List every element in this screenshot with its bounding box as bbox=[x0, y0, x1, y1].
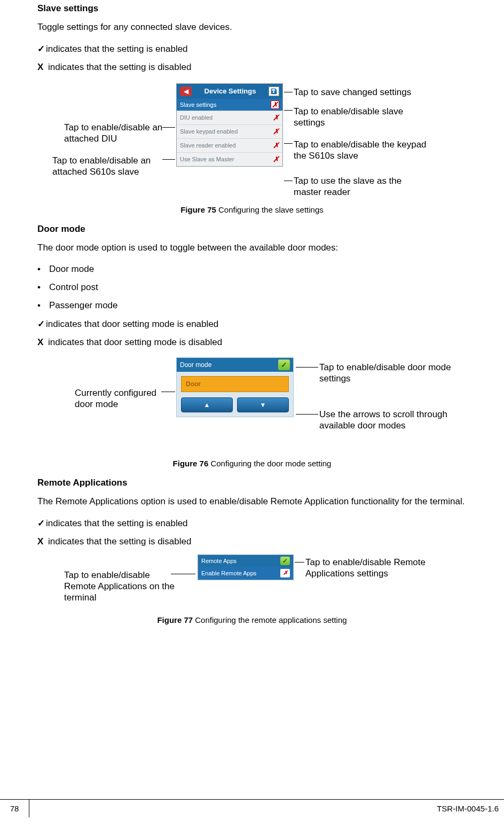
callout-slave-toggle: Tap to enable/disable slave settings bbox=[294, 106, 406, 129]
callout-master: Tap to use the slave as the master reade… bbox=[294, 175, 416, 198]
callout-remote-toggle: Tap to enable/disable Remote Application… bbox=[305, 557, 455, 580]
list-item: Control post bbox=[37, 282, 467, 293]
slave-settings-toggle-icon[interactable]: ✗ bbox=[271, 100, 279, 109]
figure-77-diagram: Remote Apps ✓ Enable Remote Apps ✗ Tap t… bbox=[37, 554, 467, 608]
callout-save: Tap to save changed settings bbox=[294, 87, 411, 98]
check-icon bbox=[37, 518, 46, 528]
callout-door-arrows: Use the arrows to scroll through availab… bbox=[319, 409, 469, 432]
page-number: 78 bbox=[0, 800, 29, 817]
x-icon bbox=[37, 62, 45, 72]
arrow-down-button[interactable]: ▼ bbox=[237, 397, 289, 412]
row-keypad: Slave keypad enabled bbox=[180, 128, 238, 135]
callout-diu: Tap to enable/disable an attached DIU bbox=[64, 122, 171, 145]
list-item: Passenger mode bbox=[37, 300, 467, 311]
enable-remote-apps-label: Enable Remote Apps bbox=[201, 570, 256, 576]
remote-check-text: indicates that the setting is enabled bbox=[46, 518, 188, 528]
door-mode-toggle-icon[interactable]: ✓ bbox=[278, 360, 290, 370]
remote-x-text: indicates that the setting is disabled bbox=[45, 536, 191, 546]
figure-75-caption: Figure 75 Configuring the slave settings bbox=[37, 205, 467, 214]
device-settings-panel: ◀ Device Settings Slave settings ✗ DIU e… bbox=[176, 83, 283, 167]
check-icon bbox=[37, 44, 46, 54]
heading-slave-settings: Slave settings bbox=[37, 3, 467, 14]
callout-s610: Tap to enable/disable an attached S610s … bbox=[52, 155, 172, 178]
callout-keypad: Tap to enable/disable the keypad the S61… bbox=[294, 139, 432, 162]
row-reader: Slave reader enabled bbox=[180, 142, 236, 149]
figure-77-caption: Figure 77 Configuring the remote applica… bbox=[37, 615, 467, 624]
callout-door-toggle: Tap to enable/disable door mode settings bbox=[319, 362, 458, 385]
door-x-text: indicates that door setting mode is disa… bbox=[45, 337, 222, 347]
door-current-mode: Door bbox=[181, 376, 289, 392]
save-icon[interactable] bbox=[269, 87, 279, 96]
check-icon bbox=[37, 319, 46, 329]
remote-apps-panel: Remote Apps ✓ Enable Remote Apps ✗ bbox=[198, 554, 294, 580]
keypad-toggle-icon[interactable]: ✗ bbox=[273, 127, 279, 136]
figure-75-diagram: ◀ Device Settings Slave settings ✗ DIU e… bbox=[37, 80, 467, 198]
slave-intro: Toggle settings for any connected slave … bbox=[37, 21, 467, 34]
row-diu: DIU enabled bbox=[180, 114, 212, 121]
heading-remote-apps: Remote Applications bbox=[37, 478, 467, 488]
arrow-up-button[interactable]: ▲ bbox=[181, 397, 233, 412]
remote-intro: The Remote Applications option is used t… bbox=[37, 496, 467, 508]
slave-settings-label: Slave settings bbox=[180, 101, 216, 108]
x-icon bbox=[37, 337, 45, 347]
callout-remote-terminal: Tap to enable/disable Remote Application… bbox=[64, 569, 182, 604]
slave-x-text: indicates that the setting is disabled bbox=[45, 62, 191, 72]
device-settings-title: Device Settings bbox=[204, 87, 256, 95]
heading-door-mode: Door mode bbox=[37, 224, 467, 235]
master-toggle-icon[interactable]: ✗ bbox=[273, 155, 279, 163]
remote-apps-toggle-icon[interactable]: ✓ bbox=[280, 557, 290, 565]
door-check-text: indicates that door setting mode is enab… bbox=[46, 319, 218, 329]
enable-remote-apps-toggle-icon[interactable]: ✗ bbox=[280, 569, 290, 577]
door-mode-list: Door mode Control post Passenger mode bbox=[37, 264, 467, 311]
row-master: Use Slave as Master bbox=[180, 156, 234, 162]
page-footer: 78 TSR-IM-0045-1.6 bbox=[0, 799, 504, 817]
door-intro: The door mode option is used to toggle b… bbox=[37, 242, 467, 254]
figure-76-caption: Figure 76 Configuring the door mode sett… bbox=[37, 459, 467, 468]
list-item: Door mode bbox=[37, 264, 467, 275]
figure-76-diagram: Door mode ✓ Door ▲ ▼ Tap to enable/disab… bbox=[37, 355, 467, 451]
back-icon[interactable]: ◀ bbox=[180, 87, 192, 96]
document-id: TSR-IM-0045-1.6 bbox=[29, 800, 504, 817]
diu-toggle-icon[interactable]: ✗ bbox=[273, 113, 279, 122]
callout-door-current: Currently configured door mode bbox=[75, 387, 171, 410]
remote-apps-title: Remote Apps bbox=[201, 558, 237, 564]
slave-check-text: indicates that the setting is enabled bbox=[46, 44, 188, 54]
door-mode-panel: Door mode ✓ Door ▲ ▼ bbox=[176, 357, 294, 417]
door-mode-title: Door mode bbox=[180, 361, 211, 369]
reader-toggle-icon[interactable]: ✗ bbox=[273, 141, 279, 150]
x-icon bbox=[37, 536, 45, 546]
